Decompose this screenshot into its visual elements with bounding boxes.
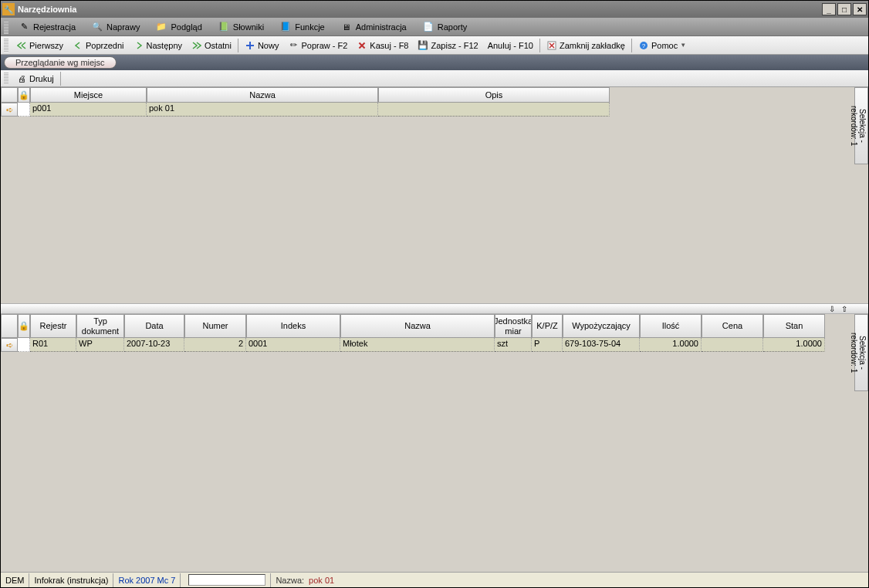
maximize-button[interactable]: □ xyxy=(837,3,851,15)
col-lock[interactable]: 🔒 xyxy=(18,314,30,338)
cell-stan[interactable]: 1.0000 xyxy=(763,338,825,352)
cell-jm[interactable]: szt xyxy=(495,338,532,352)
close-tab-icon xyxy=(546,40,557,51)
sb-search xyxy=(181,573,271,587)
tab-active[interactable]: Przeglądanie wg miejsc xyxy=(4,56,117,69)
cell-opis[interactable] xyxy=(378,103,610,117)
col-opis[interactable]: Opis xyxy=(378,87,610,103)
arrow-up-icon[interactable]: ⇧ xyxy=(839,304,850,313)
col-nazwa[interactable]: Nazwa xyxy=(340,314,495,338)
sb-dem[interactable]: DEM xyxy=(1,573,29,587)
menu-slowniki[interactable]: 📗Słowniki xyxy=(210,19,272,35)
col-numer[interactable]: Numer xyxy=(184,314,246,338)
menu-podglad[interactable]: 📁Podgląd xyxy=(147,19,209,35)
col-indicator[interactable] xyxy=(1,314,18,338)
col-indicator[interactable] xyxy=(1,87,18,103)
cell-data[interactable]: 2007-10-23 xyxy=(124,338,184,352)
tb-prev[interactable]: Poprzedni xyxy=(68,38,129,53)
next-icon xyxy=(134,40,144,51)
split-divider[interactable]: ⇩ ⇧ xyxy=(1,303,868,314)
menu-administracja[interactable]: 🖥Administracja xyxy=(333,19,414,35)
side-tab-selection[interactable]: Selekcja - rekordów: 1 xyxy=(854,87,868,164)
app-icon: 🔧 xyxy=(2,3,15,15)
print-icon: 🖨 xyxy=(16,73,27,84)
separator xyxy=(631,39,632,52)
cell-nazwa[interactable]: pok 01 xyxy=(147,103,378,117)
grip-icon xyxy=(4,39,8,52)
first-icon xyxy=(16,40,27,51)
cell-indeks[interactable]: 0001 xyxy=(246,338,340,352)
menu-rejestracja[interactable]: ✎Rejestracja xyxy=(10,19,83,35)
tb-save[interactable]: 💾Zapisz - F12 xyxy=(413,38,482,53)
cell-miejsce[interactable]: p001 xyxy=(30,103,147,117)
lock-icon: 🔒 xyxy=(19,321,29,330)
menu-funkcje[interactable]: 📘Funkcje xyxy=(272,19,333,35)
lower-grid[interactable]: 🔒 Rejestr Typ dokument Data Numer Indeks… xyxy=(1,314,868,559)
statusbar: DEM Infokrak (instrukcja) Rok 2007 Mc 7 … xyxy=(1,572,868,587)
chevron-down-icon: ▼ xyxy=(680,42,686,49)
tb-edit[interactable]: ✏Popraw - F2 xyxy=(283,38,352,53)
sb-search-input[interactable] xyxy=(188,574,265,586)
tb-delete[interactable]: Kasuj - F8 xyxy=(352,38,413,53)
col-nazwa[interactable]: Nazwa xyxy=(147,87,378,103)
sb-nazwa: Nazwa: pok 01 xyxy=(271,573,339,587)
wrench-icon: 🔍 xyxy=(91,21,103,33)
cell-typ[interactable]: WP xyxy=(76,338,124,352)
tb-first[interactable]: Pierwszy xyxy=(12,38,68,53)
tb-last[interactable]: Ostatni xyxy=(187,38,236,53)
last-icon xyxy=(191,40,202,51)
dict-icon: 📗 xyxy=(218,21,230,33)
upper-grid[interactable]: 🔒 Miejsce Nazwa Opis ➪ p001 pok 01 xyxy=(1,87,868,303)
menu-raporty[interactable]: 📄Raporty xyxy=(414,19,475,35)
arrow-down-icon[interactable]: ⇩ xyxy=(827,304,837,313)
tb-help[interactable]: ?Pomoc▼ xyxy=(634,38,691,53)
col-miejsce[interactable]: Miejsce xyxy=(30,87,147,103)
separator xyxy=(238,39,238,52)
prev-icon xyxy=(73,40,83,51)
help-icon: ? xyxy=(638,40,649,51)
col-data[interactable]: Data xyxy=(124,314,184,338)
table-row[interactable]: ➪ R01 WP 2007-10-23 2 0001 Młotek szt P … xyxy=(1,338,868,352)
cell-lock xyxy=(18,338,30,352)
subtoolbar: 🖨Drukuj xyxy=(1,70,868,87)
tb-close-tab[interactable]: Zamknij zakładkę xyxy=(542,38,630,53)
separator xyxy=(539,39,540,52)
cell-rejestr[interactable]: R01 xyxy=(30,338,76,352)
tb-next[interactable]: Następny xyxy=(129,38,187,53)
lower-grid-wrap: 🔒 Rejestr Typ dokument Data Numer Indeks… xyxy=(1,314,868,559)
table-row[interactable]: ➪ p001 pok 01 xyxy=(1,103,868,117)
cell-ilosc[interactable]: 1.0000 xyxy=(640,338,702,352)
col-indeks[interactable]: Indeks xyxy=(246,314,340,338)
window-title: Narzędziownia xyxy=(18,5,76,14)
menu-naprawy[interactable]: 🔍Naprawy xyxy=(83,19,147,35)
grip-icon xyxy=(4,20,8,34)
col-lock[interactable]: 🔒 xyxy=(18,87,30,103)
upper-grid-wrap: 🔒 Miejsce Nazwa Opis ➪ p001 pok 01 Selek… xyxy=(1,87,868,303)
col-stan[interactable]: Stan xyxy=(763,314,825,338)
col-wypoz[interactable]: Wypożyczający xyxy=(563,314,640,338)
sb-nazwa-label: Nazwa: xyxy=(276,576,304,585)
tb-new[interactable]: Nowy xyxy=(240,38,284,53)
minimize-button[interactable]: _ xyxy=(822,3,836,15)
lock-icon: 🔒 xyxy=(19,90,29,100)
grip-icon xyxy=(4,73,8,85)
col-jm[interactable]: Jednostka miar xyxy=(495,314,532,338)
arrow-right-icon: ➪ xyxy=(6,105,13,115)
cell-nazwa[interactable]: Młotek xyxy=(340,338,495,352)
sb-period[interactable]: Rok 2007 Mc 7 xyxy=(113,573,181,587)
col-cena[interactable]: Cena xyxy=(702,314,763,338)
close-button[interactable]: ✕ xyxy=(853,3,867,15)
col-typ[interactable]: Typ dokument xyxy=(76,314,124,338)
cell-kpz[interactable]: P xyxy=(532,338,563,352)
cell-wypoz[interactable]: 679-103-75-04 xyxy=(563,338,640,352)
col-kpz[interactable]: K/P/Z xyxy=(532,314,563,338)
cell-numer[interactable]: 2 xyxy=(184,338,246,352)
col-rejestr[interactable]: Rejestr xyxy=(30,314,76,338)
side-tab-selection[interactable]: Selekcja - rekordów: 1 xyxy=(854,314,868,391)
tb-print[interactable]: 🖨Drukuj xyxy=(12,71,59,86)
sb-infokrak[interactable]: Infokrak (instrukcja) xyxy=(29,573,113,587)
cell-cena[interactable] xyxy=(702,338,763,352)
col-ilosc[interactable]: Ilość xyxy=(640,314,702,338)
row-indicator: ➪ xyxy=(1,338,18,352)
tb-cancel[interactable]: Anuluj - F10 xyxy=(483,38,538,53)
